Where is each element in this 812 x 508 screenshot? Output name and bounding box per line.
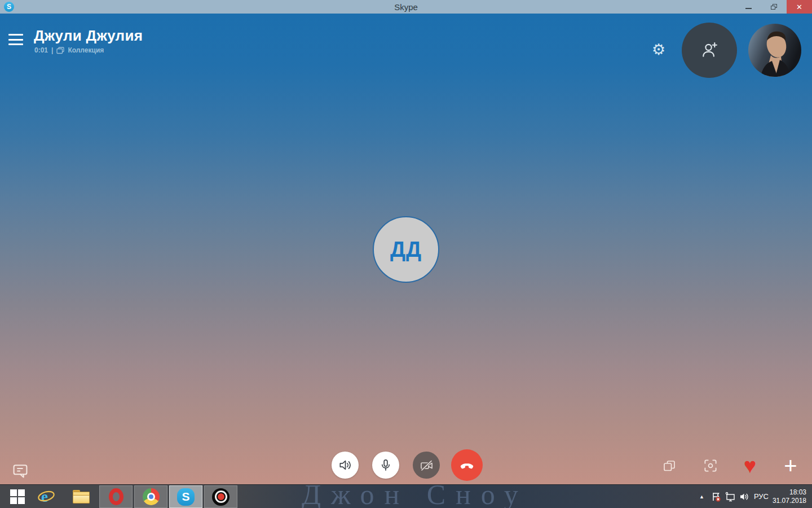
chat-button[interactable] bbox=[11, 462, 30, 481]
call-window: Джули Джулия 0:01 | Коллекция ⚙ bbox=[0, 14, 812, 484]
svg-text:e: e bbox=[41, 488, 48, 505]
screen-capture-icon bbox=[702, 457, 719, 474]
collection-label[interactable]: Коллекция bbox=[68, 46, 104, 54]
taskbar-item-skype-active[interactable]: S bbox=[169, 485, 202, 508]
taskbar-item-recorder[interactable] bbox=[204, 485, 237, 508]
screen-capture-button[interactable] bbox=[701, 457, 720, 475]
restore-button[interactable] bbox=[761, 0, 787, 14]
menu-button[interactable] bbox=[8, 34, 23, 45]
peer-initials: ДД bbox=[390, 238, 422, 262]
restore-icon bbox=[771, 4, 777, 10]
tray-date: 31.07.2018 bbox=[771, 497, 806, 505]
start-button[interactable] bbox=[5, 485, 30, 508]
add-person-button[interactable] bbox=[682, 23, 737, 78]
system-tray: ▲ bbox=[695, 485, 812, 508]
gallery-icon bbox=[56, 47, 64, 54]
screen: S Skype ✕ Джули Джулия 0:01 | bbox=[0, 0, 812, 508]
tray-clock[interactable]: 18:03 31.07.2018 bbox=[771, 488, 812, 505]
microphone-icon bbox=[378, 458, 393, 472]
windows-logo-icon bbox=[10, 489, 25, 504]
file-explorer-icon bbox=[73, 490, 90, 503]
taskbar-item-chrome[interactable] bbox=[134, 485, 167, 508]
tray-volume-button[interactable] bbox=[737, 485, 751, 508]
chrome-icon bbox=[143, 488, 160, 505]
pop-out-button[interactable] bbox=[660, 457, 678, 475]
taskbar-item-opera[interactable] bbox=[99, 485, 133, 508]
add-person-icon bbox=[698, 39, 721, 62]
end-call-icon bbox=[458, 457, 475, 474]
tray-chevron-icon[interactable]: ▲ bbox=[695, 485, 709, 508]
heart-icon[interactable]: ♥ bbox=[741, 457, 759, 475]
end-call-button[interactable] bbox=[451, 449, 483, 481]
window-controls: ✕ bbox=[736, 0, 812, 14]
gear-icon[interactable]: ⚙ bbox=[648, 40, 669, 60]
wallpaper-text: Джон Сноу bbox=[302, 484, 528, 508]
video-button[interactable] bbox=[413, 452, 440, 479]
taskbar-item-internet-explorer[interactable]: e bbox=[35, 485, 58, 508]
internet-explorer-icon: e bbox=[37, 488, 56, 506]
video-off-icon bbox=[419, 458, 434, 473]
network-icon bbox=[725, 491, 736, 502]
peer-avatar: ДД bbox=[373, 216, 439, 283]
taskbar-item-file-explorer[interactable] bbox=[70, 485, 92, 508]
microphone-button[interactable] bbox=[372, 452, 399, 479]
contact-name: Джули Джулия bbox=[34, 27, 143, 45]
recorder-icon bbox=[212, 488, 230, 506]
self-avatar[interactable] bbox=[748, 24, 801, 77]
flag-alert-icon bbox=[710, 491, 722, 502]
pop-out-icon bbox=[661, 458, 677, 474]
call-meta: 0:01 | Коллекция bbox=[34, 46, 104, 54]
opera-icon bbox=[109, 488, 123, 505]
call-duration: 0:01 bbox=[34, 46, 48, 54]
window-titlebar[interactable]: S Skype ✕ bbox=[0, 0, 812, 14]
close-button[interactable]: ✕ bbox=[787, 0, 812, 14]
window-title: Skype bbox=[0, 2, 812, 12]
tray-flag-button[interactable] bbox=[709, 485, 723, 508]
taskbar: Джон Сноу e S bbox=[0, 484, 812, 508]
self-avatar-photo bbox=[748, 24, 801, 77]
menu-icon bbox=[8, 34, 23, 36]
minimize-button[interactable] bbox=[736, 0, 761, 14]
meta-separator: | bbox=[51, 46, 53, 54]
volume-icon bbox=[739, 491, 750, 502]
chat-bubble-icon bbox=[11, 462, 29, 480]
tray-time: 18:03 bbox=[771, 488, 806, 497]
minimize-icon bbox=[745, 8, 752, 9]
plus-button[interactable]: + bbox=[782, 457, 800, 475]
tray-network-button[interactable] bbox=[723, 485, 737, 508]
skype-icon: S bbox=[177, 488, 195, 506]
speaker-icon bbox=[338, 458, 352, 472]
tray-language-indicator[interactable]: РУС bbox=[751, 492, 771, 501]
speaker-button[interactable] bbox=[332, 452, 359, 479]
skype-app-icon: S bbox=[4, 2, 14, 12]
